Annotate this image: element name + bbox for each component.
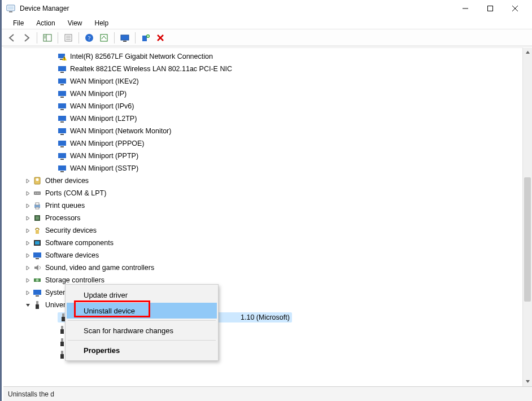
- toolbar-separator: [37, 32, 37, 43]
- collapse-icon[interactable]: [24, 301, 32, 309]
- tree-category-print-queues[interactable]: Print queues: [3, 199, 532, 212]
- expand-icon[interactable]: [24, 202, 32, 210]
- network-adapter-icon: [58, 164, 67, 173]
- context-separator: [68, 320, 216, 321]
- speaker-icon: [33, 263, 42, 272]
- svg-rect-1: [8, 6, 14, 10]
- menu-action[interactable]: Action: [30, 18, 60, 28]
- help-button[interactable]: ?: [82, 31, 96, 45]
- svg-rect-63: [33, 252, 41, 258]
- svg-rect-40: [60, 121, 64, 123]
- svg-point-53: [37, 193, 38, 194]
- scan-hardware-monitor-button[interactable]: [118, 31, 132, 45]
- minimize-button[interactable]: [453, 0, 478, 17]
- menu-view[interactable]: View: [62, 18, 88, 28]
- uninstall-device-button[interactable]: [154, 31, 167, 45]
- network-adapter-icon: [58, 151, 67, 160]
- tree-item-label-suffix: 1.10 (Microsoft): [241, 313, 290, 321]
- tree-item-label: WAN Miniport (PPTP): [70, 152, 138, 160]
- vertical-scrollbar[interactable]: [522, 47, 532, 386]
- tree-item[interactable]: Intel(R) 82567LF Gigabit Network Connect…: [3, 50, 532, 63]
- maximize-button[interactable]: [478, 0, 503, 17]
- usb-icon: [33, 300, 42, 310]
- expand-icon[interactable]: [24, 239, 32, 247]
- tree-category-label: Software components: [45, 239, 114, 247]
- svg-rect-17: [101, 34, 107, 41]
- svg-rect-2: [9, 11, 12, 12]
- printer-icon: [33, 201, 42, 210]
- tree-category-processors[interactable]: Processors: [3, 212, 532, 224]
- network-adapter-icon: [58, 114, 67, 123]
- svg-rect-33: [58, 79, 66, 84]
- svg-rect-59: [36, 216, 39, 220]
- network-adapter-icon: [58, 139, 67, 148]
- tree-item[interactable]: WAN Miniport (Network Monitor): [3, 125, 532, 137]
- svg-rect-62: [35, 241, 40, 245]
- tree-category-label: Other devices: [45, 177, 89, 185]
- tree-item[interactable]: WAN Miniport (IKEv2): [3, 75, 532, 88]
- forward-button[interactable]: [20, 31, 33, 45]
- svg-point-50: [36, 178, 39, 181]
- svg-rect-19: [123, 41, 127, 42]
- title-bar: Device Manager: [2, 0, 532, 17]
- tree-item[interactable]: WAN Miniport (L2TP): [3, 112, 532, 125]
- tree-category-label: Ports (COM & LPT): [45, 189, 106, 197]
- svg-rect-4: [488, 6, 493, 11]
- expand-icon[interactable]: [24, 214, 32, 222]
- svg-rect-39: [58, 116, 66, 121]
- show-hide-console-tree-button[interactable]: [41, 31, 54, 45]
- svg-point-54: [38, 193, 40, 194]
- expand-icon[interactable]: [24, 264, 32, 272]
- tree-category-software-devices[interactable]: Software devices: [3, 249, 532, 261]
- network-adapter-icon: [58, 102, 67, 111]
- expand-icon[interactable]: [24, 189, 32, 197]
- svg-rect-57: [36, 207, 39, 209]
- update-driver-button[interactable]: [97, 31, 111, 45]
- tree-item-label: Realtek 8821CE Wireless LAN 802.11ac PCI…: [70, 65, 232, 73]
- tree-item[interactable]: WAN Miniport (IP): [3, 88, 532, 100]
- tree-category-sound[interactable]: Sound, video and game controllers: [3, 261, 532, 274]
- svg-rect-20: [142, 36, 147, 41]
- context-properties[interactable]: Properties: [67, 342, 217, 358]
- scroll-up-icon[interactable]: [523, 47, 532, 57]
- menu-file[interactable]: File: [7, 18, 29, 28]
- context-separator: [68, 340, 216, 341]
- tree-category-other-devices[interactable]: Other devices: [3, 175, 532, 187]
- tree-item[interactable]: Realtek 8821CE Wireless LAN 802.11ac PCI…: [3, 63, 532, 75]
- back-button[interactable]: [5, 31, 19, 45]
- svg-rect-68: [36, 295, 39, 297]
- tree-item-label: WAN Miniport (L2TP): [70, 115, 137, 123]
- svg-rect-41: [58, 128, 66, 133]
- tree-item[interactable]: WAN Miniport (SSTP): [3, 162, 532, 175]
- tree-category-label: Software devices: [45, 251, 99, 259]
- tree-category-ports[interactable]: Ports (COM & LPT): [3, 187, 532, 199]
- svg-rect-74: [60, 329, 64, 334]
- context-scan-hardware[interactable]: Scan for hardware changes: [67, 322, 217, 338]
- tree-category-security-devices[interactable]: Security devices: [3, 224, 532, 237]
- window-title: Device Manager: [20, 5, 69, 12]
- properties-button[interactable]: [62, 31, 75, 45]
- tree-item[interactable]: WAN Miniport (PPTP): [3, 150, 532, 162]
- svg-rect-34: [60, 84, 64, 85]
- context-update-driver[interactable]: Update driver: [67, 287, 217, 303]
- status-bar: Uninstalls the d: [3, 386, 532, 401]
- tree-category-software-components[interactable]: Software components: [3, 237, 532, 249]
- close-button[interactable]: [503, 0, 527, 17]
- expand-icon[interactable]: [24, 177, 32, 185]
- expand-icon[interactable]: [24, 226, 32, 234]
- expand-icon[interactable]: [24, 251, 32, 259]
- tree-category-label: Processors: [45, 214, 81, 222]
- menu-help[interactable]: Help: [89, 18, 115, 28]
- context-uninstall-device[interactable]: Uninstall device: [67, 303, 217, 319]
- add-legacy-hardware-button[interactable]: [139, 31, 152, 45]
- scroll-down-icon[interactable]: [523, 377, 532, 386]
- expand-icon[interactable]: [24, 289, 32, 297]
- expand-icon[interactable]: [24, 276, 32, 284]
- tree-item[interactable]: WAN Miniport (PPPOE): [3, 137, 532, 150]
- svg-rect-60: [36, 230, 39, 234]
- scrollbar-thumb[interactable]: [524, 177, 531, 302]
- tree-item[interactable]: WAN Miniport (IPv6): [3, 100, 532, 112]
- status-text: Uninstalls the d: [8, 390, 54, 398]
- tree-category-label: Storage controllers: [45, 276, 104, 284]
- svg-rect-75: [61, 338, 63, 342]
